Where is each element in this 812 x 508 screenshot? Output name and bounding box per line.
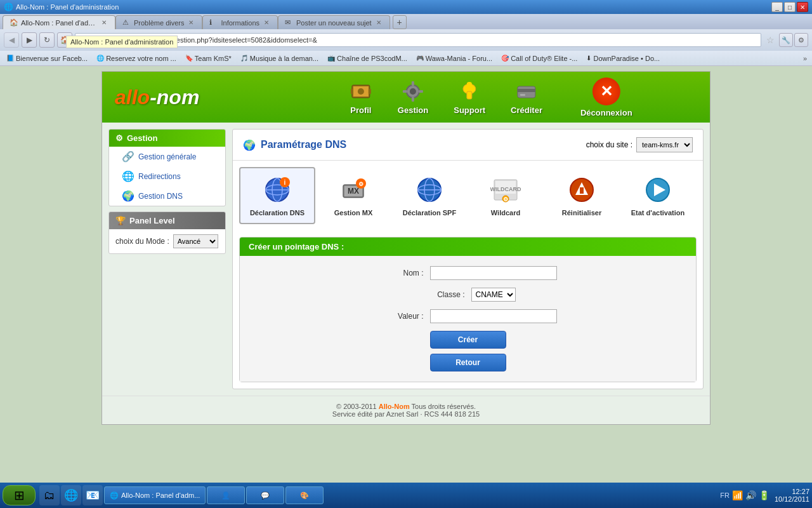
taskbar-active-window[interactable]: 🌐 Allo-Nom : Panel d'adm...	[104, 486, 206, 504]
retour-button[interactable]: Retour	[430, 354, 506, 371]
ie-compat-icon[interactable]: 🔧	[779, 33, 793, 47]
sidebar-gestion-dns[interactable]: 🌍 Gestion DNS	[109, 186, 225, 206]
dns-spf-label: Déclaration SPF	[403, 209, 456, 217]
dns-gestion-mx-item[interactable]: MX ⚙ Gestion MX	[315, 167, 391, 224]
dns-declaration-item[interactable]: i Déclaration DNS	[239, 167, 315, 224]
bookmark-6[interactable]: 🎮 Wawa-Mania - Foru...	[412, 52, 496, 65]
svg-text:⚙: ⚙	[358, 181, 363, 187]
dns-wildcard-label: Wildcard	[491, 209, 520, 217]
dns-form-header: Créer un pointage DNS :	[240, 237, 696, 256]
address-input[interactable]	[75, 33, 761, 47]
mode-label: choix du Mode :	[115, 237, 169, 246]
site-selector: choix du site : team-kms.fr	[586, 137, 693, 152]
tab-close-3[interactable]: ✕	[262, 18, 271, 27]
tab-1[interactable]: 🏠 Allo-Nom : Panel d'admini... ✕	[3, 15, 115, 29]
page-container: allo -nom	[102, 71, 710, 425]
dns-wildcard-item[interactable]: WILDCARD ⚙ Wildcard	[468, 167, 544, 224]
dns-form-body: Nom : Classe : CNAME A AAAA MX	[240, 256, 696, 382]
taskbar-app-chrome[interactable]: 🌐	[61, 485, 81, 505]
window-title: Allo-Nom : Panel d'administration	[16, 3, 119, 11]
taskbar-right: FR 📶 🔊 🔋 12:27 10/12/2011	[720, 488, 809, 503]
redirections-icon: 🌐	[122, 170, 134, 182]
svg-rect-10	[419, 90, 423, 93]
bookmark-7[interactable]: 🎯 Call of Duty® Elite -...	[497, 52, 581, 65]
panel-level-icon: 🏆	[115, 216, 126, 225]
taskbar-avatar[interactable]: 👤	[207, 486, 245, 504]
tab-4[interactable]: ✉ Poster un nouveau sujet ✕	[278, 15, 390, 29]
locale-indicator: FR	[720, 491, 730, 499]
taskbar-skype[interactable]: 💬	[246, 486, 284, 504]
dns-spf-icon	[414, 175, 445, 205]
classe-select[interactable]: CNAME A AAAA MX TXT NS	[471, 288, 516, 302]
taskbar-app-explorer[interactable]: 🗂	[39, 485, 60, 505]
forward-button[interactable]: ▶	[22, 32, 37, 48]
taskbar: ⊞ 🗂 🌐 📧 🌐 Allo-Nom : Panel d'adm... 👤 💬 …	[0, 483, 812, 508]
tabs-bar: 🏠 Allo-Nom : Panel d'admini... ✕ ⚠ Probl…	[0, 14, 812, 29]
svg-rect-15	[518, 89, 535, 92]
panel-level-label: Panel Level	[129, 216, 175, 225]
bookmark-2[interactable]: 🌐 Reservez votre nom ...	[93, 52, 180, 65]
tray-volume-icon[interactable]: 🔊	[745, 490, 756, 500]
tab-3[interactable]: ℹ Informations ✕	[202, 15, 278, 29]
tab-close-1[interactable]: ✕	[100, 18, 108, 27]
nav-support[interactable]: Support	[454, 80, 485, 115]
dns-spf-item[interactable]: Déclaration SPF	[391, 167, 468, 224]
bookmark-4[interactable]: 🎵 Musique à la deman...	[237, 52, 322, 65]
nav-support-label: Support	[454, 105, 485, 115]
form-row-valeur: Valeur :	[252, 309, 683, 323]
footer-brand: Allo-Nom	[379, 403, 410, 410]
sidebar-redirections[interactable]: 🌐 Redirections	[109, 166, 225, 186]
footer-service: Service édité par Aznet Sarl · RCS 444 8…	[108, 410, 704, 418]
nav-deconnexion-label: Déconnexion	[580, 108, 632, 117]
tools-icon[interactable]: ⚙	[794, 33, 808, 47]
refresh-button[interactable]: ↻	[39, 32, 55, 48]
sidebar-gestion-generale[interactable]: 🔗 Gestion générale	[109, 147, 225, 166]
footer-copyright: © 2003-2011 Allo-Nom Tous droits réservé…	[108, 403, 704, 410]
nav-gestion[interactable]: Gestion	[398, 80, 428, 115]
bookmark-1[interactable]: 📘 Bienvenue sur Faceb...	[3, 52, 91, 65]
svg-text:WILDCARD: WILDCARD	[490, 186, 521, 192]
tab-close-4[interactable]: ✕	[374, 18, 383, 27]
close-button[interactable]: ✕	[797, 2, 808, 12]
content-area: allo -nom	[0, 66, 812, 483]
mode-select[interactable]: Avancé Standard Expert	[173, 234, 218, 248]
tab-2[interactable]: ⚠ Problème divers ✕	[115, 15, 202, 29]
support-icon	[458, 80, 481, 103]
tab-close-2[interactable]: ✕	[187, 18, 195, 27]
tray-battery-icon[interactable]: 🔋	[759, 490, 769, 500]
bookmark-star-icon[interactable]: ☆	[764, 34, 776, 46]
start-button[interactable]: ⊞	[3, 485, 36, 505]
tray-network-icon[interactable]: 📶	[732, 490, 743, 500]
bookmark-3[interactable]: 🔖 Team KmS*	[181, 52, 235, 65]
tab-tooltip: Allo-Nom : Panel d'administration	[66, 36, 178, 48]
tab-favicon-2: ⚠	[122, 18, 131, 27]
crediter-icon	[515, 80, 538, 103]
title-bar: 🌐 Allo-Nom : Panel d'administration _ □ …	[0, 0, 812, 14]
creer-button[interactable]: Créer	[430, 331, 506, 349]
nav-deconnexion[interactable]: ✕ Déconnexion	[580, 77, 632, 117]
bookmark-5[interactable]: 📺 Chaîne de PS3codM...	[324, 52, 411, 65]
dns-wildcard-icon: WILDCARD ⚙	[490, 175, 521, 205]
gestion-dns-icon: 🌍	[122, 190, 134, 202]
minimize-button[interactable]: _	[771, 2, 783, 12]
nom-input[interactable]	[430, 266, 557, 280]
taskbar-app-thunderbird[interactable]: 📧	[82, 485, 103, 505]
bookmarks-more[interactable]: »	[801, 55, 809, 62]
back-button[interactable]: ◀	[4, 32, 19, 48]
taskbar-paint[interactable]: 🎨	[285, 486, 324, 504]
dns-reinit-item[interactable]: Réinitialiser	[544, 167, 620, 224]
form-row-nom: Nom :	[252, 266, 683, 280]
valeur-label: Valeur :	[379, 312, 424, 321]
nav-profil[interactable]: Profil	[350, 80, 372, 115]
valeur-input[interactable]	[430, 309, 557, 323]
maximize-button[interactable]: □	[784, 2, 796, 12]
svg-point-6	[410, 88, 416, 95]
clock[interactable]: 12:27 10/12/2011	[775, 488, 809, 503]
site-select[interactable]: team-kms.fr	[636, 137, 693, 152]
new-tab-button[interactable]: +	[393, 15, 407, 29]
nav-crediter[interactable]: Créditer	[511, 80, 542, 115]
dns-etat-item[interactable]: Etat d'activation	[620, 167, 696, 224]
logo: allo -nom	[115, 86, 199, 109]
bookmark-8[interactable]: ⬇ DownParadise • Do...	[582, 52, 664, 65]
gestion-header: ⚙ Gestion	[109, 130, 225, 147]
